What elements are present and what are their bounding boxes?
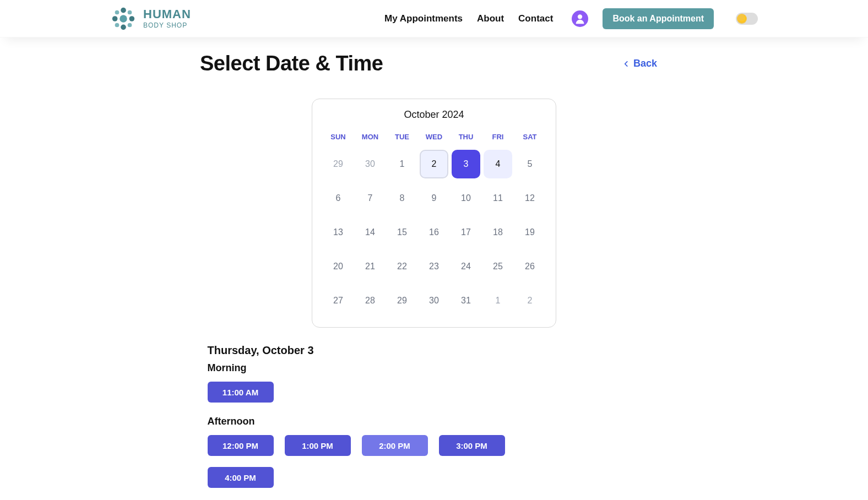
time-slot-button[interactable]: 1:00 PM [285,435,351,456]
calendar-date[interactable]: 4 [484,150,512,178]
calendar-date-cell: 31 [450,286,482,315]
brand-line2: BODY SHOP [143,22,191,29]
morning-label: Morning [208,362,574,374]
calendar-date-cell: 6 [322,184,354,213]
calendar-date-cell: 18 [482,218,514,247]
time-slots-section: Thursday, October 3 Morning 11:00 AM Aft… [208,344,574,488]
afternoon-label: Afternoon [208,416,574,427]
book-appointment-button[interactable]: Book an Appointment [603,8,714,29]
calendar-date[interactable]: 8 [388,184,416,213]
calendar-date-cell: 1 [386,150,418,178]
calendar-date-cell: 24 [450,252,482,281]
calendar-date[interactable]: 24 [452,252,480,281]
calendar-dow: SAT [514,133,546,141]
calendar-date-cell: 11 [482,184,514,213]
calendar-date[interactable]: 20 [324,252,352,281]
calendar-date[interactable]: 27 [324,286,352,315]
calendar-date[interactable]: 2 [516,286,544,315]
nav-about[interactable]: About [477,13,504,24]
calendar-date[interactable]: 23 [420,252,448,281]
calendar-date-cell: 7 [354,184,386,213]
svg-point-5 [115,10,120,14]
calendar-date[interactable]: 3 [452,150,480,178]
time-slot-button[interactable]: 2:00 PM [362,435,428,456]
chevron-left-icon [622,60,630,68]
page-header-row: Select Date & Time Back [200,52,657,75]
calendar-date[interactable]: 13 [324,218,352,247]
calendar-date-cell: 4 [482,150,514,178]
calendar-date-cell: 10 [450,184,482,213]
calendar-date[interactable]: 2 [420,150,448,178]
brand-line1: HUMAN [143,8,191,20]
calendar-date[interactable]: 1 [388,150,416,178]
svg-point-3 [112,16,118,21]
calendar-date[interactable]: 29 [324,150,352,178]
calendar-date[interactable]: 5 [516,150,544,178]
brand-logo[interactable]: HUMAN BODY SHOP [110,6,191,32]
page-title: Select Date & Time [200,52,383,75]
page-body: Select Date & Time Back October 2024 SUN… [0,37,868,488]
calendar-date[interactable]: 12 [516,184,544,213]
calendar-date[interactable]: 30 [356,150,384,178]
moon-icon: 🌙 [737,14,747,24]
morning-slot-row: 11:00 AM [208,382,574,403]
calendar-date-cell: 23 [418,252,450,281]
time-slot-button[interactable]: 3:00 PM [439,435,505,456]
svg-point-0 [120,15,127,22]
svg-point-2 [121,24,126,30]
calendar-date-cell: 21 [354,252,386,281]
calendar-date-cell: 12 [514,184,546,213]
calendar-date-cell: 22 [386,252,418,281]
calendar-date[interactable]: 11 [484,184,512,213]
calendar-date-grid: 2930123456789101112131415161718192021222… [322,150,546,315]
calendar-date[interactable]: 15 [388,218,416,247]
calendar-date[interactable]: 31 [452,286,480,315]
calendar-date[interactable]: 18 [484,218,512,247]
calendar-date-cell: 13 [322,218,354,247]
calendar-date[interactable]: 17 [452,218,480,247]
calendar-dow: MON [354,133,386,141]
selected-date-label: Thursday, October 3 [208,344,574,357]
calendar-date[interactable]: 29 [388,286,416,315]
calendar-date[interactable]: 26 [516,252,544,281]
calendar-dow: SUN [322,133,354,141]
nav-my-appointments[interactable]: My Appointments [384,13,463,24]
calendar-date-cell: 28 [354,286,386,315]
brand-text: HUMAN BODY SHOP [143,8,191,29]
user-icon [574,13,586,25]
user-avatar[interactable] [572,10,588,27]
nav-contact[interactable]: Contact [518,13,553,24]
calendar-date-cell: 29 [386,286,418,315]
calendar-date[interactable]: 28 [356,286,384,315]
back-button[interactable]: Back [622,58,657,69]
calendar-date[interactable]: 16 [420,218,448,247]
calendar-date[interactable]: 6 [324,184,352,213]
calendar-date-cell: 1 [482,286,514,315]
calendar-date-cell: 30 [418,286,450,315]
calendar-date[interactable]: 14 [356,218,384,247]
calendar-date[interactable]: 21 [356,252,384,281]
calendar-dow: WED [418,133,450,141]
calendar-date-cell: 30 [354,150,386,178]
calendar-date[interactable]: 10 [452,184,480,213]
theme-toggle[interactable]: 🌙 [736,13,758,25]
calendar-date[interactable]: 1 [484,286,512,315]
main-nav: My Appointments About Contact Book an Ap… [384,8,758,29]
time-slot-button[interactable]: 11:00 AM [208,382,274,403]
calendar-date-cell: 14 [354,218,386,247]
calendar-date[interactable]: 30 [420,286,448,315]
calendar-date[interactable]: 25 [484,252,512,281]
calendar-date[interactable]: 9 [420,184,448,213]
calendar-date-cell: 29 [322,150,354,178]
time-slot-button[interactable]: 12:00 PM [208,435,274,456]
calendar-date-cell: 20 [322,252,354,281]
calendar-date[interactable]: 7 [356,184,384,213]
logo-icon [110,6,137,32]
calendar-date-cell: 26 [514,252,546,281]
calendar-date-cell: 25 [482,252,514,281]
calendar-date-cell: 9 [418,184,450,213]
calendar-date[interactable]: 19 [516,218,544,247]
time-slot-button[interactable]: 4:00 PM [208,467,274,488]
calendar-date-cell: 3 [450,150,482,178]
calendar-date[interactable]: 22 [388,252,416,281]
